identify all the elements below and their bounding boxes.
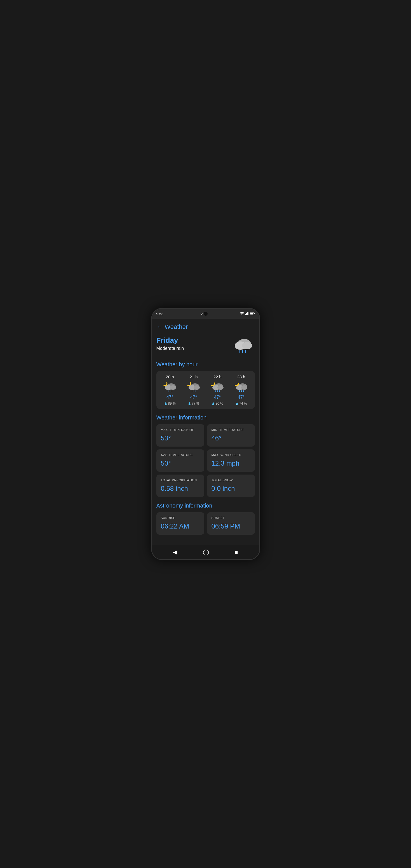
hour-item-2: 22 h 🌙 47° 💧 80 % — [206, 374, 229, 405]
svg-rect-11 — [242, 350, 243, 353]
time: 9:53 — [156, 312, 164, 316]
hour-precip-2: 💧 80 % — [211, 402, 223, 405]
max-wind-label: MAX. WIND SPEED — [211, 453, 251, 457]
avg-temp-value: 50° — [161, 460, 200, 467]
hourly-container: 20 h 🌙 47° 💧 89 % — [156, 371, 255, 409]
sunset-label: SUNSET — [211, 516, 251, 520]
max-wind-card: MAX. WIND SPEED 12.3 mph — [207, 450, 255, 472]
svg-rect-33 — [219, 391, 220, 392]
page-title: Weather — [165, 323, 188, 331]
svg-rect-3 — [248, 312, 249, 315]
wifi-icon — [240, 312, 244, 316]
svg-rect-6 — [250, 313, 253, 314]
home-nav-button[interactable]: ◯ — [201, 547, 211, 558]
svg-rect-12 — [245, 350, 246, 353]
top-bar: ← Weather — [156, 323, 255, 331]
battery-icon — [250, 312, 255, 316]
svg-rect-2 — [247, 312, 248, 315]
day-name: Friday — [156, 336, 184, 345]
svg-rect-25 — [194, 391, 194, 392]
avg-temp-card: AVG TEMPERATURE 50° — [156, 450, 204, 472]
status-bar: 9:53 ↺ — [152, 309, 259, 319]
min-temp-value: 46° — [211, 434, 251, 442]
svg-rect-19 — [172, 391, 172, 392]
svg-rect-26 — [196, 391, 196, 392]
svg-rect-0 — [245, 314, 246, 315]
hour-label-1: 21 h — [189, 374, 198, 379]
svg-rect-17 — [168, 391, 169, 392]
total-snow-value: 0.0 inch — [211, 485, 251, 492]
svg-point-16 — [170, 385, 176, 390]
max-temp-value: 53° — [161, 434, 200, 442]
hour-icon-0: 🌙 — [162, 381, 177, 393]
sunrise-label: SUNRISE — [161, 516, 200, 520]
svg-point-30 — [217, 385, 224, 390]
svg-rect-10 — [239, 350, 240, 353]
hour-icon-2: 🌙 — [210, 381, 225, 393]
sync-icon: ↺ — [200, 312, 203, 316]
svg-rect-32 — [217, 391, 218, 392]
sunrise-card: SUNRISE 06:22 AM — [156, 512, 204, 535]
signal-icon — [245, 312, 249, 316]
astronomy-grid: SUNRISE 06:22 AM SUNSET 06:59 PM — [156, 512, 255, 535]
back-button[interactable]: ← — [156, 323, 163, 331]
hour-temp-3: 47° — [238, 395, 244, 400]
max-wind-value: 12.3 mph — [211, 460, 251, 467]
svg-rect-39 — [241, 391, 242, 392]
svg-rect-1 — [246, 313, 247, 315]
svg-rect-18 — [170, 391, 170, 392]
sunset-card: SUNSET 06:59 PM — [207, 512, 255, 535]
hour-item-1: 21 h 🌙 47° 💧 77 % — [182, 374, 205, 405]
svg-point-23 — [194, 385, 200, 390]
hour-label-3: 23 h — [237, 374, 245, 379]
nav-bar: ◀ ◯ ■ — [152, 545, 259, 559]
sunset-value: 06:59 PM — [211, 522, 251, 530]
hour-icon-1: 🌙 — [186, 381, 201, 393]
main-weather-icon — [233, 336, 255, 356]
app-content: ← Weather Friday Moderate rain Weat — [152, 319, 259, 545]
svg-rect-40 — [243, 391, 244, 392]
total-snow-label: TOTAL SNOW — [211, 478, 251, 482]
total-precip-card: TOTAL PRECIPITATION 0.58 inch — [156, 474, 204, 497]
camera-notch — [204, 312, 208, 316]
hourly-section-title: Weather by hour — [156, 361, 255, 368]
day-info: Friday Moderate rain — [156, 336, 184, 351]
svg-rect-24 — [192, 391, 192, 392]
hour-item-3: 23 h 🌙 47° 💧 74 % — [230, 374, 253, 405]
hour-precip-1: 💧 77 % — [188, 402, 199, 405]
hour-temp-0: 47° — [167, 395, 173, 400]
hour-temp-1: 47° — [190, 395, 197, 400]
min-temp-label: MIN. TEMPERATURE — [211, 428, 251, 432]
min-temp-card: MIN. TEMPERATURE 46° — [207, 424, 255, 446]
sunrise-value: 06:22 AM — [161, 522, 200, 530]
hour-precip-0: 💧 89 % — [164, 402, 175, 405]
day-description: Moderate rain — [156, 346, 184, 351]
status-icons — [240, 312, 255, 316]
weather-info-grid: MAX. TEMPERATURE 53° MIN. TEMPERATURE 46… — [156, 424, 255, 497]
weather-info-title: Weather information — [156, 414, 255, 421]
day-section: Friday Moderate rain — [156, 336, 255, 356]
hour-label-0: 20 h — [166, 374, 174, 379]
svg-rect-38 — [239, 391, 240, 392]
phone-frame: 9:53 ↺ ← Weather Friday Mode — [151, 308, 260, 560]
svg-point-9 — [242, 342, 252, 349]
hour-temp-2: 47° — [214, 395, 221, 400]
hour-label-2: 22 h — [213, 374, 221, 379]
svg-point-37 — [241, 385, 247, 390]
total-precip-value: 0.58 inch — [161, 485, 200, 492]
total-precip-label: TOTAL PRECIPITATION — [161, 478, 200, 482]
back-nav-button[interactable]: ◀ — [171, 547, 179, 558]
max-temp-label: MAX. TEMPERATURE — [161, 428, 200, 432]
svg-rect-5 — [254, 313, 255, 314]
avg-temp-label: AVG TEMPERATURE — [161, 453, 200, 457]
hour-precip-3: 💧 74 % — [235, 402, 247, 405]
astronomy-section-title: Astronomy information — [156, 502, 255, 509]
recent-nav-button[interactable]: ■ — [233, 547, 240, 558]
max-temp-card: MAX. TEMPERATURE 53° — [156, 424, 204, 446]
svg-rect-31 — [215, 391, 216, 392]
total-snow-card: TOTAL SNOW 0.0 inch — [207, 474, 255, 497]
hour-icon-3: 🌙 — [234, 381, 249, 393]
hour-item-0: 20 h 🌙 47° 💧 89 % — [159, 374, 181, 405]
